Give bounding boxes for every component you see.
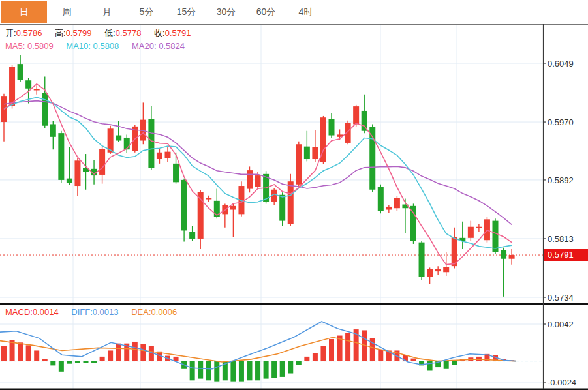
candle-body xyxy=(116,136,121,141)
candle-body xyxy=(386,207,392,210)
candle-body xyxy=(378,187,384,211)
price-axis-label: 0.5734 xyxy=(548,293,585,303)
candle-body xyxy=(34,89,40,91)
macd-bar xyxy=(34,350,39,361)
macd-bar xyxy=(378,350,383,361)
candle-body xyxy=(476,227,482,228)
candle-body xyxy=(124,138,130,149)
candle-body xyxy=(312,147,318,159)
macd-bar xyxy=(427,361,433,371)
candle-body xyxy=(25,80,31,89)
macd-bar xyxy=(132,342,138,361)
macd-bar xyxy=(271,361,277,378)
macd-bar xyxy=(230,361,236,382)
macd-bar xyxy=(91,361,97,363)
candle-body xyxy=(173,164,179,182)
candle-body xyxy=(181,180,187,230)
candle-body xyxy=(148,119,154,168)
macd-bar xyxy=(26,345,31,361)
candle-body xyxy=(419,243,425,277)
low-value: 0.5778 xyxy=(116,28,142,38)
macd-bar xyxy=(296,361,302,365)
high-label: 高: xyxy=(55,28,66,38)
macd-bar xyxy=(214,361,219,382)
candle-body xyxy=(247,170,253,188)
ma20-label: MA20: xyxy=(132,41,157,51)
price-axis-label: 0.5892 xyxy=(548,175,585,185)
trading-chart-window: 日 周 月 5分 15分 30分 60分 4时 开:0.5786 高:0.579… xyxy=(0,0,588,390)
macd-bar xyxy=(18,342,23,361)
macd-bar xyxy=(84,361,89,363)
candle-body xyxy=(99,149,105,175)
macd-bar xyxy=(67,361,72,364)
candle-body xyxy=(296,144,302,185)
candle-body xyxy=(493,221,499,252)
candle-body xyxy=(58,133,64,180)
candle-body xyxy=(165,152,171,158)
low-label: 低: xyxy=(104,28,116,38)
ma10-value: 0.5808 xyxy=(93,41,119,51)
dea-label: DEA: xyxy=(131,307,151,317)
ma-readout: MA5: 0.5809 MA10: 0.5808 MA20: 0.5824 xyxy=(5,41,185,51)
macd-bar xyxy=(320,346,326,361)
macd-bar xyxy=(1,346,7,361)
candle-body xyxy=(468,227,474,238)
candlestick-macd-chart[interactable] xyxy=(0,0,588,390)
macd-readout: MACD:0.0014 DIFF:0.0013 DEA:0.0006 xyxy=(5,307,177,317)
candle-body xyxy=(9,67,15,106)
macd-bar xyxy=(444,361,449,369)
ma20-value: 0.5824 xyxy=(159,41,185,51)
macd-bar xyxy=(452,361,457,365)
macd-bar xyxy=(304,357,309,361)
macd-bar xyxy=(75,361,80,363)
macd-bar xyxy=(280,361,285,377)
price-axis-label: 0.6049 xyxy=(548,59,585,68)
candle-body xyxy=(410,206,416,241)
candle-body xyxy=(230,206,236,210)
macd-axis-label: -0.0024 xyxy=(548,378,585,387)
candle-body xyxy=(206,198,211,199)
macd-bar xyxy=(247,361,253,381)
macd-bar xyxy=(288,361,293,374)
macd-bar xyxy=(100,357,105,361)
candle-body xyxy=(50,124,56,136)
ohlc-readout: 开:0.5786 高:0.5799 低:0.5778 收:0.5791 xyxy=(5,27,191,39)
ma5-label: MA5: xyxy=(5,41,25,51)
dea-value: 0.0006 xyxy=(151,307,178,317)
candle-body xyxy=(74,160,80,186)
candle-body xyxy=(288,181,294,224)
diff-label: DIFF: xyxy=(71,307,93,317)
macd-bar xyxy=(313,353,318,361)
candle-body xyxy=(394,198,400,208)
macd-value: 0.0014 xyxy=(33,307,59,317)
macd-bar xyxy=(59,361,64,372)
high-value: 0.5799 xyxy=(66,28,92,38)
candle-body xyxy=(353,106,359,124)
macd-label: MACD: xyxy=(5,307,33,317)
macd-bar xyxy=(190,361,195,381)
macd-bar xyxy=(411,359,416,361)
candle-body xyxy=(157,153,162,159)
macd-bar xyxy=(116,344,121,361)
macd-bar xyxy=(50,361,55,366)
price-axis-label: 0.5813 xyxy=(548,234,585,244)
candle-body xyxy=(427,269,433,277)
macd-bar xyxy=(255,361,260,381)
dea-line xyxy=(0,337,516,362)
macd-bar xyxy=(140,344,146,361)
macd-bar xyxy=(345,333,350,361)
close-value: 0.5791 xyxy=(165,28,191,38)
macd-bar xyxy=(42,359,48,361)
candle-body xyxy=(42,93,48,126)
ma5-value: 0.5809 xyxy=(27,41,54,51)
candle-body xyxy=(509,255,515,259)
macd-bar xyxy=(198,361,203,379)
candle-body xyxy=(67,179,72,183)
candle-body xyxy=(279,195,285,221)
candle-body xyxy=(255,175,261,187)
price-axis-label: 0.5970 xyxy=(548,117,585,127)
diff-value: 0.0013 xyxy=(93,307,119,317)
candle-body xyxy=(18,64,23,80)
open-value: 0.5786 xyxy=(16,28,42,38)
ma10-label: MA10: xyxy=(66,41,91,51)
